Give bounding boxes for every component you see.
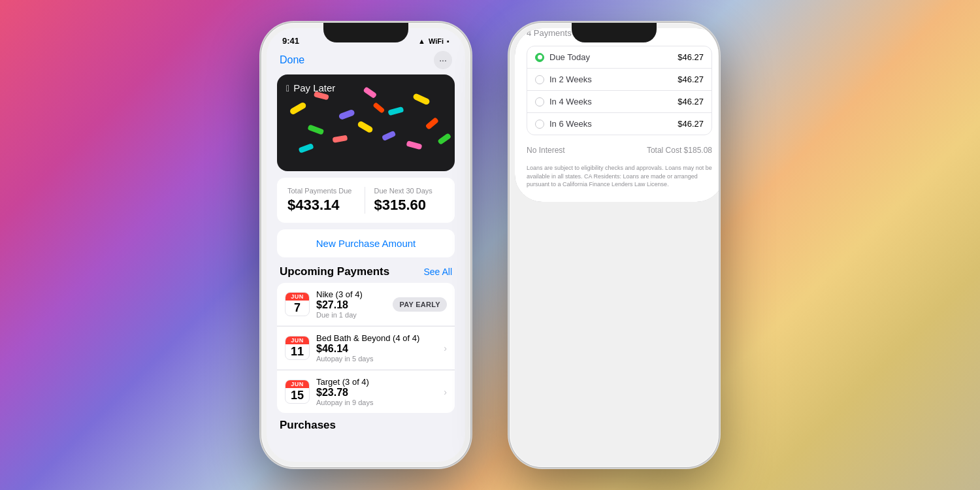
see-all-button[interactable]: See All	[423, 267, 452, 277]
no-interest-label: No Interest	[527, 146, 565, 155]
merchant-bbb: Bed Bath & Beyond (4 of 4)	[316, 333, 437, 343]
notch-1	[323, 23, 408, 42]
schedule-row-2: In 2 Weeks $46.27	[527, 69, 711, 91]
4-weeks-label: In 4 Weeks	[549, 97, 592, 106]
radio-2-weeks	[535, 75, 544, 84]
phone1-header: Done ···	[267, 48, 465, 74]
payment-info-target: Target (3 of 4) $23.78 Autopay in 9 days	[316, 377, 437, 406]
date-badge-bbb: JUN 11	[285, 336, 310, 361]
wifi-icon: WiFi	[429, 37, 444, 45]
date-badge-nike: JUN 7	[285, 292, 310, 317]
date-badge-target: JUN 15	[285, 380, 310, 404]
apple-pay-sheet:  Pay × Pay In Full Pay Later APPLE PAY …	[515, 28, 719, 202]
radio-6-weeks	[535, 120, 544, 129]
disclaimer-text: Loans are subject to eligibility checks …	[527, 164, 712, 189]
svg-rect-0	[289, 101, 307, 115]
svg-rect-11	[406, 140, 422, 150]
chevron-right-icon-target: ›	[444, 387, 447, 397]
row-left-1: Due Today	[535, 52, 590, 62]
notch-2	[572, 23, 657, 42]
day-nike: 7	[286, 301, 309, 316]
due-today-amount: $46.27	[678, 52, 704, 62]
payment-item-target[interactable]: JUN 15 Target (3 of 4) $23.78 Autopay in…	[277, 370, 455, 413]
payment-item-bbb[interactable]: JUN 11 Bed Bath & Beyond (4 of 4) $46.14…	[277, 326, 455, 369]
day-bbb: 11	[286, 344, 309, 360]
day-target: 15	[286, 388, 309, 404]
pay-early-button[interactable]: PAY EARLY	[393, 297, 447, 312]
radio-4-weeks	[535, 97, 544, 106]
merchant-target: Target (3 of 4)	[316, 377, 437, 387]
signal-icon: ▲	[418, 37, 425, 45]
card-header:  Pay Later	[277, 74, 455, 99]
month-target: JUN	[286, 380, 309, 388]
phone-2: 9:41 ▲ WiFi ▪ Cart $169.99 subtotal • 1 …	[510, 23, 719, 467]
new-purchase-button[interactable]: New Purchase Amount	[277, 229, 455, 257]
purchases-title: Purchases	[280, 419, 336, 431]
svg-rect-9	[357, 120, 374, 133]
sub-nike: Due in 1 day	[316, 311, 386, 319]
4-weeks-amount: $46.27	[678, 97, 704, 106]
amount-bbb: $46.14	[316, 343, 437, 355]
total-amount: $433.14	[287, 197, 358, 214]
svg-rect-13	[372, 102, 385, 114]
payment-list: JUN 7 Nike (3 of 4) $27.18 Due in 1 day …	[267, 283, 465, 413]
upcoming-title: Upcoming Payments	[280, 265, 389, 278]
payment-item-nike[interactable]: JUN 7 Nike (3 of 4) $27.18 Due in 1 day …	[277, 283, 455, 325]
screen-1: 9:41 ▲ WiFi ▪ Done ···  Pay Later	[267, 28, 465, 462]
pay-later-card:  Pay Later	[277, 74, 455, 171]
payment-schedule: Due Today $46.27 In 2 Weeks $46.27	[527, 46, 712, 135]
sub-bbb: Autopay in 5 days	[316, 355, 437, 363]
schedule-row-3: In 4 Weeks $46.27	[527, 91, 711, 113]
svg-rect-6	[425, 117, 439, 130]
total-label: Total Payments Due	[287, 187, 358, 195]
row-left-3: In 4 Weeks	[535, 97, 592, 106]
radio-due-today	[535, 53, 544, 62]
next-amount: $315.60	[374, 197, 445, 214]
svg-rect-10	[382, 131, 396, 141]
sub-target: Autopay in 9 days	[316, 399, 437, 406]
2-weeks-label: In 2 Weeks	[549, 74, 592, 84]
row-left-4: In 6 Weeks	[535, 119, 592, 129]
amount-target: $23.78	[316, 387, 437, 399]
payment-info-bbb: Bed Bath & Beyond (4 of 4) $46.14 Autopa…	[316, 333, 437, 363]
svg-rect-4	[387, 106, 404, 116]
amount-nike: $27.18	[316, 299, 386, 311]
svg-rect-7	[307, 124, 324, 135]
6-weeks-amount: $46.27	[678, 119, 704, 129]
screen-2: 9:41 ▲ WiFi ▪ Cart $169.99 subtotal • 1 …	[515, 28, 719, 202]
merchant-nike: Nike (3 of 4)	[316, 289, 386, 299]
done-button[interactable]: Done	[280, 54, 304, 66]
more-button[interactable]: ···	[434, 51, 452, 69]
row-left-2: In 2 Weeks	[535, 74, 592, 84]
svg-rect-14	[437, 133, 451, 145]
upcoming-section-header: Upcoming Payments See All	[267, 264, 465, 282]
purchases-header: Purchases	[267, 414, 465, 434]
status-icons-1: ▲ WiFi ▪	[418, 37, 449, 45]
payment-info-nike: Nike (3 of 4) $27.18 Due in 1 day	[316, 289, 386, 319]
month-bbb: JUN	[286, 336, 309, 344]
svg-rect-12	[298, 143, 314, 154]
schedule-row-1: Due Today $46.27	[527, 46, 711, 69]
schedule-row-4: In 6 Weeks $46.27	[527, 113, 711, 135]
svg-rect-8	[333, 135, 348, 143]
2-weeks-amount: $46.27	[678, 74, 704, 84]
next-label: Due Next 30 Days	[374, 187, 445, 195]
6-weeks-label: In 6 Weeks	[549, 119, 592, 129]
phone-1: 9:41 ▲ WiFi ▪ Done ···  Pay Later	[261, 23, 470, 467]
battery-icon: ▪	[447, 37, 449, 45]
card-title: Pay Later	[293, 82, 335, 93]
due-today-label: Due Today	[549, 52, 590, 62]
no-interest-row: No Interest Total Cost $185.08	[527, 142, 712, 159]
scene: 9:41 ▲ WiFi ▪ Done ···  Pay Later	[0, 0, 980, 490]
apple-logo-card: 	[286, 83, 289, 93]
total-cost-label: Total Cost $185.08	[647, 146, 712, 155]
month-nike: JUN	[286, 293, 309, 301]
next-payments-col: Due Next 30 Days $315.60	[365, 187, 445, 214]
svg-rect-2	[338, 109, 355, 120]
payments-due-section: Total Payments Due $433.14 Due Next 30 D…	[277, 178, 455, 223]
new-purchase-label: New Purchase Amount	[316, 238, 416, 249]
chevron-right-icon-bbb: ›	[444, 343, 447, 353]
time-1: 9:41	[282, 36, 299, 46]
total-payments-col: Total Payments Due $433.14	[287, 187, 358, 214]
